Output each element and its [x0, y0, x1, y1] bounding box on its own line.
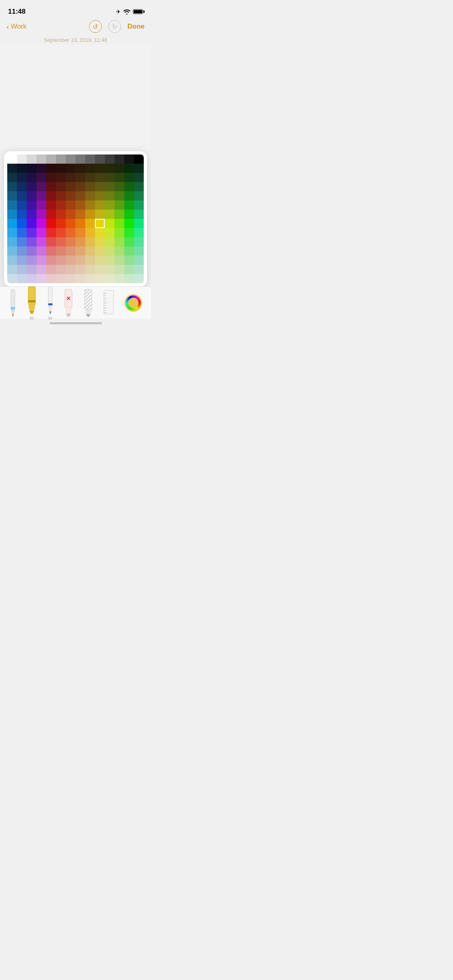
status-time: 11:48 — [8, 8, 25, 16]
svg-rect-1 — [11, 307, 15, 309]
undo-icon: ↺ — [93, 23, 98, 31]
eraser-tool[interactable]: ✕ — [64, 288, 73, 317]
eraser-svg: ✕ — [64, 288, 73, 317]
pen-label: 50 — [48, 316, 52, 320]
lasso-tool[interactable] — [83, 288, 93, 317]
svg-marker-19 — [86, 314, 91, 317]
airplane-icon: ✈ — [116, 8, 121, 15]
marker-svg — [27, 286, 37, 315]
svg-rect-20 — [104, 290, 114, 314]
svg-marker-14 — [65, 308, 72, 313]
svg-rect-17 — [85, 289, 92, 309]
svg-rect-9 — [48, 303, 52, 305]
back-label: Work — [11, 23, 27, 31]
ruler-svg — [103, 288, 114, 317]
color-wheel-button[interactable] — [124, 294, 142, 312]
svg-rect-5 — [28, 300, 35, 303]
pencil-tool[interactable] — [9, 288, 17, 317]
back-chevron-icon: ‹ — [6, 22, 9, 31]
lasso-svg — [83, 288, 93, 317]
home-indicator — [50, 322, 102, 324]
status-icons: ✈ — [116, 8, 143, 15]
undo-button[interactable]: ↺ — [89, 20, 102, 33]
pen-svg — [47, 286, 54, 315]
battery-icon — [133, 9, 143, 14]
svg-marker-15 — [66, 313, 71, 317]
wifi-icon — [123, 9, 130, 14]
ruler-tool[interactable] — [103, 288, 114, 317]
nav-actions: ↺ ↻ Done — [89, 20, 145, 33]
redo-button[interactable]: ↻ — [108, 20, 121, 33]
svg-text:✕: ✕ — [66, 295, 71, 302]
svg-marker-11 — [49, 311, 52, 315]
pencil-svg — [9, 288, 17, 317]
color-picker-panel[interactable] — [4, 151, 147, 286]
svg-marker-6 — [28, 305, 35, 311]
drawing-toolbar: 80 50 ✕ — [0, 286, 151, 319]
done-button[interactable]: Done — [128, 23, 145, 31]
pen-tool[interactable]: 50 — [47, 286, 54, 320]
nav-bar: ‹ Work ↺ ↻ Done — [0, 18, 151, 35]
marker-tool[interactable]: 80 — [27, 286, 37, 320]
svg-marker-2 — [11, 309, 15, 314]
status-bar: 11:48 ✈ — [0, 0, 151, 18]
back-button[interactable]: ‹ Work — [6, 22, 27, 31]
svg-marker-3 — [12, 314, 14, 317]
redo-icon: ↻ — [112, 23, 117, 31]
svg-rect-0 — [11, 289, 15, 309]
svg-marker-10 — [48, 307, 52, 311]
marker-label: 80 — [30, 316, 34, 320]
svg-marker-18 — [85, 309, 92, 314]
svg-marker-7 — [29, 311, 34, 314]
color-grid[interactable] — [7, 154, 144, 283]
color-wheel-canvas — [124, 294, 142, 312]
note-subtitle: September 13, 2019, 11:48 — [0, 35, 151, 45]
